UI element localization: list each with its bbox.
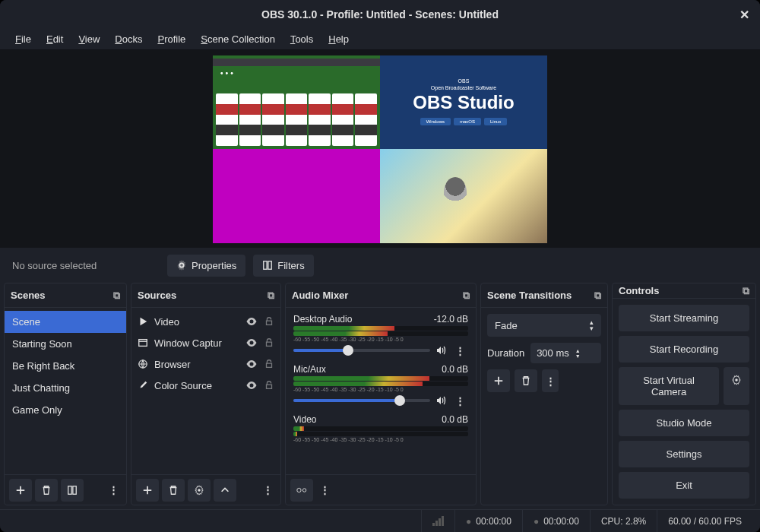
menu-tools[interactable]: Tools xyxy=(283,30,321,48)
transition-menu-button[interactable]: ⋮ xyxy=(542,369,559,392)
titlebar: OBS 30.1.0 - Profile: Untitled - Scenes:… xyxy=(0,0,760,29)
svg-rect-6 xyxy=(267,342,272,346)
menu-view[interactable]: View xyxy=(71,30,107,48)
virtual-camera-settings-button[interactable] xyxy=(724,367,749,405)
plus-icon xyxy=(142,485,153,496)
channel-menu-button[interactable]: ⋮ xyxy=(451,345,468,356)
studio-mode-button[interactable]: Studio Mode xyxy=(619,410,749,436)
menu-help[interactable]: Help xyxy=(321,30,356,48)
signal-icon xyxy=(432,516,444,526)
menu-docks[interactable]: Docks xyxy=(107,30,150,48)
lock-toggle[interactable] xyxy=(264,380,274,391)
scene-menu-button[interactable]: ⋮ xyxy=(105,479,122,502)
preview-area[interactable]: OBS Open Broadcaster Software OBS Studio… xyxy=(0,50,760,248)
speaker-icon[interactable] xyxy=(435,344,447,356)
source-item[interactable]: Window Captur xyxy=(131,332,280,353)
no-source-label: No source selected xyxy=(8,260,160,271)
scene-item[interactable]: Game Only xyxy=(5,399,126,421)
add-transition-button[interactable] xyxy=(487,369,510,392)
start-virtual-camera-button[interactable]: Start Virtual Camera xyxy=(619,367,719,405)
settings-button[interactable]: Settings xyxy=(619,441,749,467)
scene-item[interactable]: Scene xyxy=(5,311,126,333)
app-window: OBS 30.1.0 - Profile: Untitled - Scenes:… xyxy=(0,0,760,532)
start-streaming-button[interactable]: Start Streaming xyxy=(619,305,749,331)
statusbar: ● 00:00:00 ● 00:00:00 CPU: 2.8% 60.00 / … xyxy=(0,509,760,532)
popout-icon[interactable]: ⧉ xyxy=(463,290,470,302)
volume-slider[interactable] xyxy=(293,349,430,352)
channel-name: Mic/Aux xyxy=(293,364,326,375)
move-up-button[interactable] xyxy=(214,479,236,502)
properties-button[interactable]: Properties xyxy=(167,255,245,277)
lock-toggle[interactable] xyxy=(264,337,274,348)
duration-spinner[interactable]: 300 ms ▲▼ xyxy=(530,343,601,363)
chevron-up-icon xyxy=(220,485,230,496)
scene-item[interactable]: Be Right Back xyxy=(5,355,126,377)
source-item[interactable]: Video xyxy=(131,311,280,332)
transition-select[interactable]: Fade ▴▾ xyxy=(487,314,601,337)
popout-icon[interactable]: ⧉ xyxy=(268,290,274,302)
source-label: Video xyxy=(154,316,239,328)
source-menu-button[interactable]: ⋮ xyxy=(259,479,276,502)
lock-toggle[interactable] xyxy=(264,316,274,327)
menu-edit[interactable]: Edit xyxy=(39,30,71,48)
visibility-toggle[interactable] xyxy=(245,379,258,391)
preview-source-color xyxy=(213,149,380,243)
plus-icon xyxy=(15,485,26,496)
controls-panel: Controls ⧉ Start Streaming Start Recordi… xyxy=(612,283,756,505)
menu-profile[interactable]: Profile xyxy=(150,30,193,48)
globe-icon xyxy=(138,359,148,369)
source-properties-button[interactable] xyxy=(188,479,211,502)
remove-source-button[interactable] xyxy=(162,479,185,502)
play-icon xyxy=(138,316,148,327)
popout-icon[interactable]: ⧉ xyxy=(113,290,120,302)
visibility-toggle[interactable] xyxy=(245,337,258,349)
remove-transition-button[interactable] xyxy=(515,369,537,392)
popout-icon[interactable]: ⧉ xyxy=(594,290,601,302)
filters-button[interactable]: Filters xyxy=(253,255,313,277)
scene-item[interactable]: Starting Soon xyxy=(5,333,126,355)
source-label: Browser xyxy=(154,359,239,370)
preview-source-video xyxy=(380,149,547,243)
trash-icon xyxy=(41,485,52,496)
stream-dot-icon: ● xyxy=(534,516,539,527)
scene-item[interactable]: Just Chatting xyxy=(5,377,126,399)
audio-meter xyxy=(293,432,468,436)
remove-scene-button[interactable] xyxy=(35,479,58,502)
audio-meter xyxy=(293,376,468,381)
exit-button[interactable]: Exit xyxy=(619,472,749,499)
scene-filter-button[interactable] xyxy=(61,479,84,502)
visibility-toggle[interactable] xyxy=(245,358,258,370)
channel-db: 0.0 dB xyxy=(442,414,468,425)
spinner-arrows-icon[interactable]: ▲▼ xyxy=(575,348,581,359)
close-icon[interactable]: ✕ xyxy=(739,8,749,22)
volume-slider[interactable] xyxy=(293,399,430,402)
svg-point-13 xyxy=(735,378,738,382)
channel-menu-button[interactable]: ⋮ xyxy=(451,395,468,407)
mixer-menu-button[interactable]: ⋮ xyxy=(316,479,333,502)
lock-toggle[interactable] xyxy=(264,359,274,369)
visibility-toggle[interactable] xyxy=(245,315,258,328)
speaker-icon[interactable] xyxy=(435,394,447,407)
columns-icon xyxy=(67,485,78,496)
popout-icon[interactable]: ⧉ xyxy=(743,285,749,297)
source-item[interactable]: Color Source xyxy=(131,375,280,396)
svg-rect-5 xyxy=(139,340,147,347)
mixer-channel: Desktop Audio-12.0 dB -60 -55 -50 -45 -4… xyxy=(286,311,476,361)
add-scene-button[interactable] xyxy=(9,479,32,502)
filters-icon xyxy=(262,260,273,271)
source-toolbar: No source selected Properties Filters xyxy=(0,248,760,283)
svg-rect-8 xyxy=(267,363,272,367)
scenes-list: SceneStarting SoonBe Right BackJust Chat… xyxy=(5,308,126,474)
audio-mixer-panel: Audio Mixer ⧉ Desktop Audio-12.0 dB -60 … xyxy=(285,283,477,505)
source-label: Color Source xyxy=(154,380,239,391)
menu-file[interactable]: File xyxy=(8,30,39,48)
menu-scene-collection[interactable]: Scene Collection xyxy=(193,30,283,48)
source-item[interactable]: Browser xyxy=(131,353,280,375)
updown-icon: ▴▾ xyxy=(590,319,594,331)
sources-title: Sources xyxy=(138,290,176,301)
mixer-settings-button[interactable] xyxy=(290,479,313,502)
gears-icon xyxy=(296,485,308,496)
add-source-button[interactable] xyxy=(136,479,159,502)
fps-status: 60.00 / 60.00 FPS xyxy=(657,510,752,532)
start-recording-button[interactable]: Start Recording xyxy=(619,336,749,363)
